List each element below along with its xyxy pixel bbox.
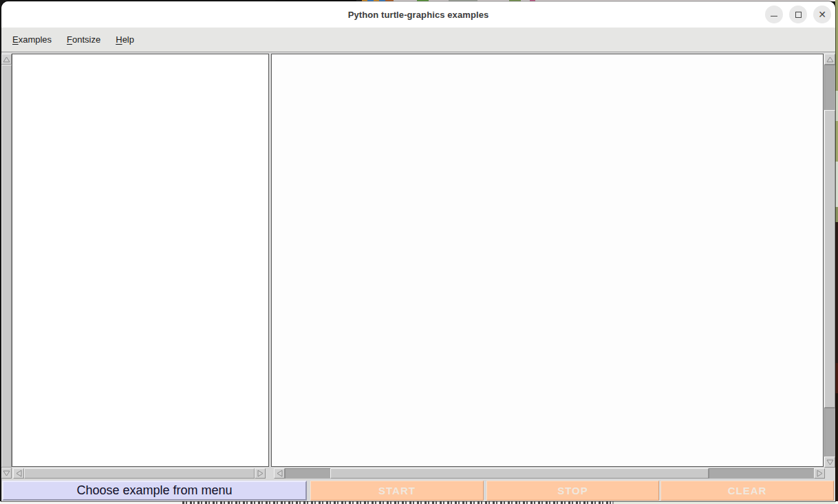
editor-scroll-left-button[interactable] bbox=[13, 468, 24, 479]
background-window-text bbox=[182, 501, 614, 504]
canvas-hscrollbar-trough-right[interactable] bbox=[709, 468, 814, 479]
close-button[interactable]: ✕ bbox=[813, 6, 831, 23]
editor-scroll-right-button[interactable] bbox=[255, 468, 266, 479]
scroll-right-arrow-icon bbox=[257, 470, 264, 477]
menu-fontsize[interactable]: Fontsize bbox=[63, 32, 105, 47]
menu-help[interactable]: Help bbox=[111, 32, 138, 47]
scroll-down-arrow-icon bbox=[3, 470, 10, 476]
canvas-scroll-left-button[interactable] bbox=[274, 468, 285, 479]
maximize-icon bbox=[795, 12, 802, 18]
main-frame bbox=[1, 52, 835, 481]
editor-scroll-down-button[interactable] bbox=[1, 468, 12, 479]
start-button[interactable]: START bbox=[310, 481, 484, 501]
turtle-canvas bbox=[271, 54, 824, 467]
maximize-button[interactable] bbox=[789, 6, 807, 23]
scroll-down-arrow-icon bbox=[826, 459, 834, 465]
editor-horizontal-scrollbar[interactable] bbox=[13, 468, 266, 479]
desktop-background-right bbox=[835, 0, 838, 504]
canvas-horizontal-scrollbar[interactable] bbox=[274, 468, 825, 479]
canvas-scrollbar-trough-top[interactable] bbox=[824, 65, 835, 110]
scroll-up-arrow-icon bbox=[3, 56, 10, 63]
canvas-vertical-scrollbar[interactable] bbox=[824, 54, 835, 468]
background-window-divider bbox=[612, 501, 614, 504]
window-controls: ✕ bbox=[765, 6, 831, 23]
titlebar: Python turtle-graphics examples ✕ bbox=[1, 1, 835, 28]
window-title: Python turtle-graphics examples bbox=[348, 10, 489, 20]
editor-hscrollbar-thumb[interactable] bbox=[24, 468, 255, 479]
close-icon: ✕ bbox=[818, 10, 826, 19]
menu-examples[interactable]: Examples bbox=[8, 32, 56, 47]
desktop-background-bottom bbox=[0, 501, 838, 504]
minimize-icon bbox=[771, 16, 777, 17]
stop-button[interactable]: STOP bbox=[486, 481, 659, 501]
canvas-hscrollbar-trough-left[interactable] bbox=[285, 468, 330, 479]
minimize-button[interactable] bbox=[765, 6, 783, 23]
canvas-scroll-up-button[interactable] bbox=[824, 54, 835, 65]
canvas-scrollbar-trough-bottom[interactable] bbox=[824, 408, 835, 457]
canvas-hscrollbar-thumb[interactable] bbox=[330, 468, 709, 479]
turtledemo-window: Python turtle-graphics examples ✕ Exampl… bbox=[1, 1, 835, 501]
scroll-right-arrow-icon bbox=[817, 470, 823, 477]
scroll-left-arrow-icon bbox=[277, 470, 283, 477]
canvas-scroll-right-button[interactable] bbox=[814, 468, 825, 479]
menubar: Examples Fontsize Help bbox=[1, 28, 835, 52]
scroll-left-arrow-icon bbox=[16, 470, 22, 477]
editor-vertical-scrollbar[interactable] bbox=[1, 54, 12, 479]
status-row: Choose example from menu START STOP CLEA… bbox=[1, 481, 835, 501]
canvas-scroll-down-button[interactable] bbox=[824, 457, 835, 468]
editor-scroll-up-button[interactable] bbox=[1, 54, 12, 65]
clear-button[interactable]: CLEAR bbox=[660, 481, 834, 501]
status-message: Choose example from menu bbox=[2, 481, 307, 501]
scroll-up-arrow-icon bbox=[826, 56, 834, 63]
canvas-scrollbar-thumb[interactable] bbox=[824, 110, 835, 408]
editor-scrollbar-thumb[interactable] bbox=[1, 65, 12, 468]
example-code-pane[interactable] bbox=[12, 54, 269, 467]
background-window-edge bbox=[614, 501, 835, 504]
